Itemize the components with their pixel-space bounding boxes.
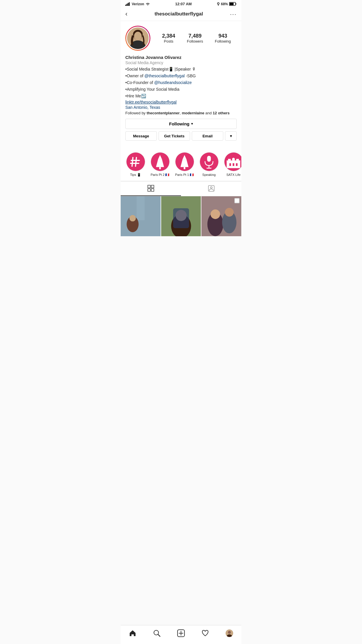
photo-cell-1[interactable] [121,196,161,236]
back-button[interactable]: ‹ [125,10,127,18]
svg-marker-22 [182,159,187,163]
followers-stat: 7,489 Followers [187,33,203,43]
bio-line-1: •Social Media Strategist📱 |Speaker 🎙 [125,66,237,72]
profile-top: 2,384 Posts 7,489 Followers 943 Followin… [125,26,237,51]
location-icon [217,2,220,6]
svg-rect-1 [126,4,127,6]
avatar-wrapper [125,26,150,51]
following-count: 943 [218,33,227,39]
svg-rect-6 [236,3,236,5]
posts-count: 2,384 [162,33,175,39]
action-buttons: Following ▾ Message Get Tickets Email ▾ [125,119,237,141]
more-options-button[interactable]: ··· [230,11,237,18]
svg-rect-36 [148,185,150,188]
svg-line-14 [136,158,136,166]
svg-marker-21 [183,155,187,159]
status-right: 68% [217,2,237,6]
svg-rect-3 [129,2,130,6]
svg-rect-38 [148,189,150,191]
message-button[interactable]: Message [125,131,157,141]
svg-rect-0 [125,5,126,6]
mic-icon [202,154,216,170]
svg-rect-7 [229,3,233,5]
highlight-tips[interactable]: Tips 📱 [125,152,146,177]
profile-name: Christina Jovanna Olivarez [125,55,237,60]
svg-rect-43 [137,196,145,220]
highlight-satx[interactable]: SATX Life [223,152,241,177]
hashtag-icon [128,155,143,169]
svg-line-13 [132,158,133,166]
wifi-icon [145,2,150,6]
tab-grid[interactable] [121,181,181,196]
svg-point-45 [129,215,136,221]
following-label: Following [215,39,231,43]
content-tab-bar [121,181,241,196]
followers-count: 7,489 [189,33,202,39]
highlight-paris2[interactable]: Paris Pt 2 🇫🇷 [150,152,170,177]
svg-rect-35 [227,160,240,161]
mention-sbg[interactable]: @thesocialbutterflygal [145,74,185,78]
svg-rect-32 [229,163,231,166]
status-left: Verizon [125,2,150,6]
status-time: 12:07 AM [175,2,192,6]
email-button[interactable]: Email [192,131,223,141]
profile-location: San Antonio, Texas [125,105,237,110]
following-stat: 943 Following [215,33,231,43]
svg-rect-37 [151,185,154,188]
photo-cell-2[interactable] [161,196,201,236]
svg-rect-25 [207,156,211,162]
bio-line-3: •Co-Founder of @hustleandsocialize [125,80,237,86]
bio-line-5: •Hire Me↩️ [125,93,237,99]
svg-rect-49 [173,208,189,228]
svg-marker-17 [158,155,162,159]
header: ‹ thesocialbutterflygal ··· [121,7,241,21]
svg-rect-2 [128,3,129,6]
svg-rect-20 [159,167,161,169]
svg-marker-19 [156,163,164,167]
mention-hustle[interactable]: @hustleandsocialize [154,80,192,85]
grid-icon [147,185,154,192]
followers-label: Followers [187,39,203,43]
svg-point-54 [225,208,234,217]
battery-percent: 68% [221,2,228,6]
eiffel-icon-2 [153,154,167,170]
bio-line-2: •Owner of @thesocialbutterflygal -SBG [125,73,237,79]
multi-image-indicator [234,198,240,203]
battery-icon [229,2,237,6]
photo-cell-3[interactable] [201,196,241,236]
photo-grid [121,196,241,236]
highlights-bar: Tips 📱 Paris Pt 2 🇫🇷 Paris Pt 1 🇫🇷 [121,149,241,181]
profile-link[interactable]: linktr.ee/thesocialbutterflygal [125,100,237,104]
dropdown-button[interactable]: ▾ [225,131,237,141]
svg-rect-39 [151,189,154,191]
svg-rect-33 [233,163,234,166]
followed-by: Followed by thecontentplanner, modernlai… [125,111,237,115]
highlight-paris1[interactable]: Paris Pt 1 🇫🇷 [174,152,195,177]
profile-section: 2,384 Posts 7,489 Followers 943 Followin… [121,21,241,149]
profile-category: Social Media Agency [125,60,237,65]
signal-icon [125,2,131,6]
tagged-icon [208,185,215,192]
posts-label: Posts [164,39,173,43]
profile-stats: 2,384 Posts 7,489 Followers 943 Followin… [156,33,237,43]
following-button[interactable]: Following ▾ [125,119,237,129]
svg-point-4 [217,3,219,4]
posts-stat: 2,384 Posts [162,33,175,43]
highlight-paris1-label: Paris Pt 1 🇫🇷 [175,173,194,177]
svg-point-12 [134,32,142,41]
highlight-tips-label: Tips 📱 [130,173,141,177]
tab-tagged[interactable] [181,181,241,196]
svg-point-41 [210,187,212,188]
building-icon [225,155,241,169]
avatar [126,27,150,50]
profile-bio: Christina Jovanna Olivarez Social Media … [125,55,237,115]
svg-marker-23 [180,163,189,167]
highlight-speaking[interactable]: Speaking [199,152,219,177]
highlight-paris2-label: Paris Pt 2 🇫🇷 [151,173,170,177]
bio-line-4: •Amplifying Your Social Media [125,86,237,92]
svg-rect-24 [184,167,185,169]
highlight-satx-label: SATX Life [226,173,241,176]
get-tickets-button[interactable]: Get Tickets [159,131,190,141]
svg-point-52 [211,209,220,219]
secondary-buttons: Message Get Tickets Email ▾ [125,131,237,141]
